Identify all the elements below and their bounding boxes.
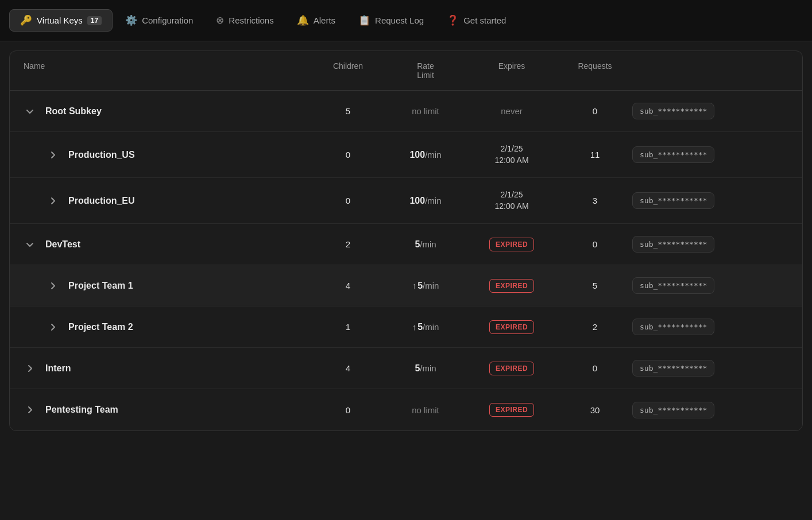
header-rate-limit: RateLimit bbox=[385, 61, 466, 80]
row-name: Project Team 1 bbox=[68, 281, 133, 291]
row-expires: EXPIRED bbox=[466, 279, 558, 293]
row-rate-limit: ↑5/min bbox=[385, 322, 466, 332]
row-rate-limit: ↑5/min bbox=[385, 281, 466, 291]
row-expires: EXPIRED bbox=[466, 238, 558, 251]
nav-item-alerts[interactable]: 🔔 Alerts bbox=[287, 10, 346, 31]
row-expires: never bbox=[466, 106, 558, 116]
row-requests: 30 bbox=[558, 405, 632, 415]
chevron-down-icon[interactable] bbox=[24, 238, 36, 251]
row-key: sub_*********** bbox=[632, 146, 788, 163]
chevron-right-icon[interactable] bbox=[47, 280, 59, 292]
table-row: Project Team 2 1 ↑5/min EXPIRED 2 sub_**… bbox=[10, 306, 802, 348]
table-row: Project Team 1 4 ↑5/min EXPIRED 5 sub_**… bbox=[10, 265, 802, 306]
nav-label-alerts: Alerts bbox=[314, 15, 335, 25]
expired-badge: EXPIRED bbox=[489, 279, 534, 293]
nav-label-request-log: Request Log bbox=[375, 15, 424, 25]
header-key bbox=[632, 61, 788, 80]
row-rate-limit: 100/min bbox=[385, 150, 466, 160]
row-rate-limit: 5/min bbox=[385, 239, 466, 250]
api-key-badge[interactable]: sub_*********** bbox=[632, 192, 714, 209]
row-requests: 11 bbox=[558, 150, 632, 160]
log-icon: 📋 bbox=[358, 14, 370, 26]
row-expires: 2/1/2512:00 AM bbox=[466, 189, 558, 212]
row-requests: 0 bbox=[558, 363, 632, 373]
row-expires: 2/1/2512:00 AM bbox=[466, 143, 558, 166]
api-key-badge[interactable]: sub_*********** bbox=[632, 277, 714, 294]
row-name-cell: Root Subkey bbox=[24, 105, 311, 118]
row-requests: 0 bbox=[558, 239, 632, 249]
row-children: 0 bbox=[311, 150, 385, 160]
nav-item-get-started[interactable]: ❓ Get started bbox=[436, 10, 516, 31]
row-name: Project Team 2 bbox=[68, 322, 133, 332]
row-name-cell: Project Team 2 bbox=[24, 321, 311, 333]
row-key: sub_*********** bbox=[632, 277, 788, 294]
row-key: sub_*********** bbox=[632, 103, 788, 119]
nav-item-configuration[interactable]: ⚙️ Configuration bbox=[115, 10, 203, 31]
virtual-keys-badge: 17 bbox=[87, 16, 102, 25]
nav-label-get-started: Get started bbox=[463, 15, 506, 25]
nav-item-virtual-keys[interactable]: 🔑 Virtual Keys 17 bbox=[9, 9, 113, 32]
row-expires: EXPIRED bbox=[466, 320, 558, 334]
row-key: sub_*********** bbox=[632, 402, 788, 418]
expired-badge: EXPIRED bbox=[489, 403, 534, 417]
row-rate-limit: no limit bbox=[385, 405, 466, 415]
row-children: 0 bbox=[311, 196, 385, 205]
help-icon: ❓ bbox=[447, 14, 459, 26]
row-children: 4 bbox=[311, 363, 385, 373]
chevron-right-icon[interactable] bbox=[47, 149, 59, 161]
gear-icon: ⚙️ bbox=[125, 14, 137, 26]
table-row: Intern 4 5/min EXPIRED 0 sub_*********** bbox=[10, 348, 802, 389]
row-rate-limit: 100/min bbox=[385, 196, 466, 206]
expired-badge: EXPIRED bbox=[489, 238, 534, 251]
row-children: 5 bbox=[311, 106, 385, 116]
row-key: sub_*********** bbox=[632, 192, 788, 209]
row-name: DevTest bbox=[45, 239, 80, 250]
row-requests: 2 bbox=[558, 322, 632, 332]
bell-icon: 🔔 bbox=[297, 14, 309, 26]
header-expires: Expires bbox=[466, 61, 558, 80]
nav-item-request-log[interactable]: 📋 Request Log bbox=[348, 10, 434, 31]
header-children: Children bbox=[311, 61, 385, 80]
chevron-right-icon[interactable] bbox=[24, 362, 36, 375]
row-name: Intern bbox=[45, 363, 71, 374]
row-key: sub_*********** bbox=[632, 360, 788, 377]
row-requests: 5 bbox=[558, 281, 632, 290]
table-row: Production_US 0 100/min 2/1/2512:00 AM 1… bbox=[10, 132, 802, 178]
table-row: DevTest 2 5/min EXPIRED 0 sub_**********… bbox=[10, 224, 802, 265]
row-children: 1 bbox=[311, 322, 385, 332]
row-requests: 0 bbox=[558, 106, 632, 116]
api-key-badge[interactable]: sub_*********** bbox=[632, 319, 714, 335]
api-key-badge[interactable]: sub_*********** bbox=[632, 146, 714, 163]
nav-label-configuration: Configuration bbox=[142, 15, 193, 25]
nav-label-restrictions: Restrictions bbox=[229, 15, 273, 25]
row-name: Production_EU bbox=[68, 196, 135, 206]
table-row: Production_EU 0 100/min 2/1/2512:00 AM 3… bbox=[10, 178, 802, 224]
virtual-keys-table: Name Children RateLimit Expires Requests… bbox=[9, 51, 803, 431]
chevron-right-icon[interactable] bbox=[47, 195, 59, 207]
row-name-cell: DevTest bbox=[24, 238, 311, 251]
table-header: Name Children RateLimit Expires Requests bbox=[10, 51, 802, 91]
table-row: Pentesting Team 0 no limit EXPIRED 30 su… bbox=[10, 389, 802, 430]
expired-badge: EXPIRED bbox=[489, 362, 534, 375]
chevron-right-icon[interactable] bbox=[24, 403, 36, 416]
api-key-badge[interactable]: sub_*********** bbox=[632, 360, 714, 377]
api-key-badge[interactable]: sub_*********** bbox=[632, 103, 714, 119]
nav-item-restrictions[interactable]: ⊗ Restrictions bbox=[206, 10, 284, 31]
row-children: 2 bbox=[311, 239, 385, 249]
row-expires: EXPIRED bbox=[466, 362, 558, 375]
row-name-cell: Production_EU bbox=[24, 195, 311, 207]
api-key-badge[interactable]: sub_*********** bbox=[632, 236, 714, 253]
chevron-down-icon[interactable] bbox=[24, 105, 36, 118]
row-name-cell: Project Team 1 bbox=[24, 280, 311, 292]
chevron-right-icon[interactable] bbox=[47, 321, 59, 333]
expires-date: 2/1/2512:00 AM bbox=[466, 189, 558, 212]
navigation: 🔑 Virtual Keys 17 ⚙️ Configuration ⊗ Res… bbox=[0, 0, 812, 41]
row-name-cell: Intern bbox=[24, 362, 311, 375]
expires-date: 2/1/2512:00 AM bbox=[466, 143, 558, 166]
key-icon: 🔑 bbox=[20, 14, 32, 26]
restrictions-icon: ⊗ bbox=[216, 14, 224, 26]
expired-badge: EXPIRED bbox=[489, 320, 534, 334]
table-row: Root Subkey 5 no limit never 0 sub_*****… bbox=[10, 91, 802, 132]
api-key-badge[interactable]: sub_*********** bbox=[632, 402, 714, 418]
header-name: Name bbox=[24, 61, 311, 80]
